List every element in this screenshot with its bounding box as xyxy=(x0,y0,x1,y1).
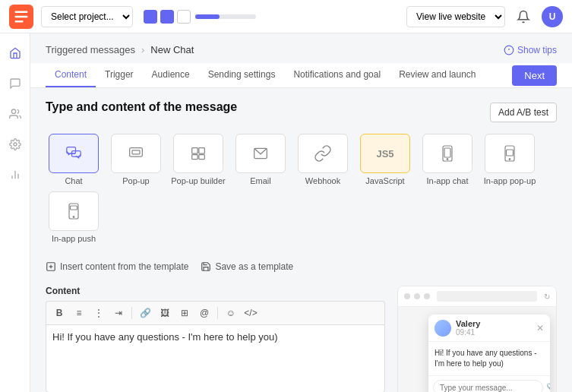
top-nav: Select project... View live website U xyxy=(0,0,572,33)
svg-rect-21 xyxy=(444,148,450,157)
chat-attach-icon[interactable]: 📎 xyxy=(546,383,550,393)
toolbar-image[interactable]: 🖼 xyxy=(156,305,173,321)
svg-point-3 xyxy=(11,109,15,113)
toolbar-separator-2 xyxy=(217,307,218,319)
main-content: Triggered messages › New Chat Show tips … xyxy=(30,33,572,392)
sidebar xyxy=(0,33,30,392)
sidebar-item-analytics[interactable] xyxy=(3,163,27,187)
save-template-label: Save as a template xyxy=(215,261,293,272)
breadcrumb: Triggered messages › New Chat Show tips xyxy=(30,33,572,63)
preview-body: Valery 09:41 ✕ Hi! If you have any quest… xyxy=(398,307,556,392)
msg-type-popup-builder-box xyxy=(173,134,223,173)
insert-template-button[interactable]: Insert content from the template xyxy=(46,261,188,272)
chat-avatar xyxy=(435,320,451,337)
tab-sending-settings[interactable]: Sending settings xyxy=(199,63,285,87)
tab-audience[interactable]: Audience xyxy=(143,63,199,87)
content-area: Type and content of the message Add A/B … xyxy=(30,88,572,392)
msg-type-webhook-label: Webhook xyxy=(305,176,340,185)
sidebar-item-home[interactable] xyxy=(3,41,27,65)
tab-content[interactable]: Content xyxy=(46,63,96,87)
msg-type-popup[interactable]: Pop-up xyxy=(108,134,164,185)
dot-1 xyxy=(404,293,410,299)
chat-header: Valery 09:41 ✕ xyxy=(428,315,550,342)
ab-test-button[interactable]: Add A/B test xyxy=(490,103,557,122)
msg-type-chat-box xyxy=(49,134,99,173)
toolbar-link[interactable]: 🔗 xyxy=(137,305,153,321)
view-website-select[interactable]: View live website xyxy=(406,6,505,27)
msg-type-popup-builder[interactable]: Pop-up builder xyxy=(170,134,226,185)
tab-notifications-goal[interactable]: Notifications and goal xyxy=(284,63,390,87)
msg-type-chat-label: Chat xyxy=(65,176,82,185)
main-layout: Triggered messages › New Chat Show tips … xyxy=(0,33,572,392)
toolbar-emoji[interactable]: ☺ xyxy=(223,305,239,321)
step-3 xyxy=(177,10,191,24)
msg-type-in-app-popup-label: In-app pop-up xyxy=(484,176,536,185)
svg-rect-2 xyxy=(15,21,24,23)
msg-type-chat[interactable]: Chat xyxy=(46,134,102,185)
sidebar-item-users[interactable] xyxy=(3,102,27,126)
show-tips-button[interactable]: Show tips xyxy=(504,45,557,55)
progress-steps xyxy=(144,10,256,24)
toolbar-list-unordered[interactable]: ≡ xyxy=(71,305,87,321)
msg-type-javascript[interactable]: JS5 JavaScript xyxy=(357,134,413,185)
dot-2 xyxy=(414,293,420,299)
msg-type-popup-box xyxy=(111,134,161,173)
chat-avatar-img xyxy=(435,320,451,337)
editor-preview-section: Content B ≡ ⋮ ⇥ 🔗 🖼 ⊞ @ ☺ </> xyxy=(46,286,557,392)
preview-title-bar: ↻ xyxy=(398,286,556,307)
msg-type-in-app-chat-label: In-app chat xyxy=(426,176,468,185)
msg-type-popup-builder-label: Pop-up builder xyxy=(171,176,226,185)
sidebar-item-settings[interactable] xyxy=(3,132,27,156)
msg-type-in-app-push-label: In-app push xyxy=(52,234,96,243)
toolbar-table[interactable]: ⊞ xyxy=(176,305,193,321)
msg-type-in-app-push-box xyxy=(49,191,99,231)
svg-rect-14 xyxy=(132,150,140,154)
editor-content: Hi! If you have any questions - I'm here… xyxy=(52,331,278,343)
msg-type-popup-label: Pop-up xyxy=(122,176,149,185)
message-editor[interactable]: Hi! If you have any questions - I'm here… xyxy=(46,324,385,392)
content-field-label: Content xyxy=(46,286,385,296)
msg-type-javascript-label: JavaScript xyxy=(365,176,404,185)
template-actions-row: Insert content from the template Save as… xyxy=(46,255,557,278)
svg-rect-13 xyxy=(130,148,143,157)
svg-point-25 xyxy=(509,159,510,160)
breadcrumb-separator: › xyxy=(141,44,144,55)
chat-close-button[interactable]: ✕ xyxy=(536,323,544,334)
msg-type-in-app-popup[interactable]: In-app pop-up xyxy=(482,134,538,185)
project-select[interactable]: Select project... xyxy=(41,6,133,27)
svg-rect-27 xyxy=(71,206,77,210)
tab-review-launch[interactable]: Review and launch xyxy=(390,63,485,87)
chat-message-preview: Hi! If you have any questions - I'm here… xyxy=(428,342,550,376)
svg-rect-0 xyxy=(15,11,28,13)
save-template-button[interactable]: Save as a template xyxy=(201,261,293,272)
toolbar-bold[interactable]: B xyxy=(51,305,68,321)
toolbar-separator-1 xyxy=(131,307,132,319)
toolbar-mention[interactable]: @ xyxy=(196,305,213,321)
sidebar-item-messages[interactable] xyxy=(3,71,27,96)
tab-trigger[interactable]: Trigger xyxy=(96,63,143,87)
toolbar-indent[interactable]: ⇥ xyxy=(110,305,127,321)
step-2 xyxy=(160,10,174,24)
user-avatar[interactable]: U xyxy=(542,6,563,27)
app-logo xyxy=(9,5,33,29)
progress-bar xyxy=(195,14,256,19)
msg-type-in-app-push[interactable]: In-app push xyxy=(46,191,102,243)
editor-toolbar: B ≡ ⋮ ⇥ 🔗 🖼 ⊞ @ ☺ </> xyxy=(46,301,385,324)
notifications-bell[interactable] xyxy=(513,6,534,27)
breadcrumb-current: New Chat xyxy=(150,44,194,55)
chat-agent-info: Valery 09:41 xyxy=(456,319,480,337)
step-1 xyxy=(144,10,157,24)
toolbar-list-ordered[interactable]: ⋮ xyxy=(90,305,107,321)
msg-type-webhook[interactable]: Webhook xyxy=(295,134,351,185)
msg-type-in-app-chat[interactable]: In-app chat xyxy=(419,134,476,185)
next-button[interactable]: Next xyxy=(512,65,557,86)
toolbar-code[interactable]: </> xyxy=(242,305,259,321)
svg-point-4 xyxy=(14,143,17,146)
chat-window: Valery 09:41 ✕ Hi! If you have any quest… xyxy=(428,315,550,392)
msg-type-email-box xyxy=(235,134,286,173)
insert-template-label: Insert content from the template xyxy=(60,261,188,272)
msg-type-email[interactable]: Email xyxy=(232,134,289,185)
message-type-grid: Chat Pop-up xyxy=(46,134,557,243)
preview-refresh-icon: ↻ xyxy=(544,292,550,301)
chat-input-field[interactable] xyxy=(433,380,543,392)
